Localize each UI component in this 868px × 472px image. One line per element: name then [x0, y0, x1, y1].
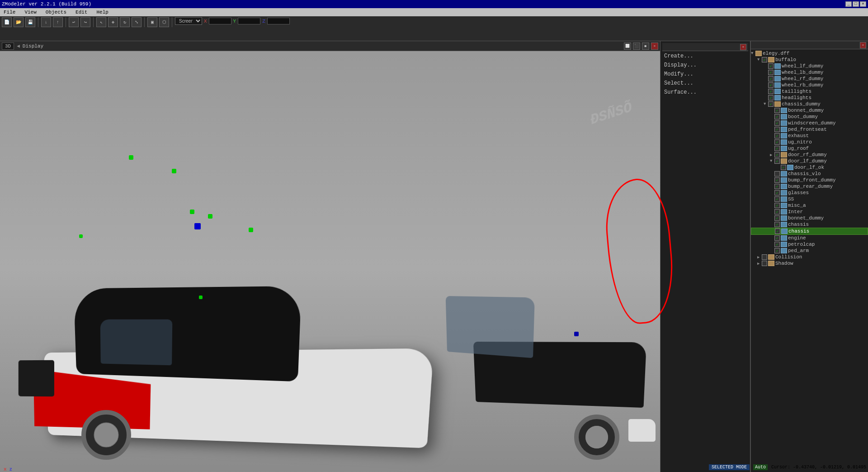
tree-checkbox-Shadow[interactable]	[762, 261, 767, 266]
tree-item-engine[interactable]: engine	[751, 235, 868, 241]
tree-item-wheel_lb_dummy[interactable]: wheel_lb_dummy	[751, 69, 868, 76]
tree-checkbox-bonnet_dummy_1[interactable]	[774, 108, 780, 113]
x-coord-field[interactable]	[209, 18, 231, 24]
tree-item-wheel_rf_dummy[interactable]: wheel_rf_dummy	[751, 76, 868, 82]
tree-item-chassis_selected[interactable]: chassis	[751, 228, 868, 235]
tree-checkbox-Collision[interactable]	[762, 254, 767, 260]
tree-expand-chassis_dummy[interactable]: ▼	[764, 102, 768, 106]
tree-expand-buffalo[interactable]: ▼	[757, 57, 762, 62]
move-icon[interactable]: ✥	[108, 17, 118, 27]
tree-item-Shadow[interactable]: ▶Shadow	[751, 260, 868, 267]
screen-dropdown[interactable]: Screen World	[175, 17, 202, 25]
wire-icon[interactable]: ⬡	[159, 17, 169, 27]
menu-help[interactable]: Help	[94, 9, 110, 15]
tree-checkbox-Inter[interactable]	[774, 209, 780, 215]
tree-close-icon[interactable]: ×	[860, 42, 866, 48]
tree-item-wheel_lf_dummy[interactable]: wheel_lf_dummy	[751, 63, 868, 69]
tree-checkbox-petrolcap[interactable]	[774, 242, 780, 247]
new-icon[interactable]: 📄	[2, 17, 12, 27]
open-icon[interactable]: 📂	[14, 17, 24, 27]
viewport-close[interactable]: ×	[651, 43, 658, 50]
menu-view[interactable]: View	[23, 9, 38, 15]
tree-item-ped_frontseat[interactable]: ped_frontseat	[751, 126, 868, 133]
close-button[interactable]: ×	[860, 1, 866, 7]
tree-item-bonnet_dummy_1[interactable]: bonnet_dummy	[751, 107, 868, 114]
cmd-surface[interactable]: Surface...	[662, 88, 748, 96]
tree-checkbox-ped_arm[interactable]	[774, 248, 780, 253]
tree-item-bump_rear_dummy[interactable]: bump_rear_dummy	[751, 183, 868, 190]
commands-close-icon[interactable]: ×	[740, 44, 746, 50]
tree-item-ped_arm[interactable]: ped_arm	[751, 248, 868, 254]
cmd-select[interactable]: Select...	[662, 79, 748, 87]
cmd-display[interactable]: Display...	[662, 61, 748, 69]
tree-item-chassis_sub[interactable]: chassis	[751, 221, 868, 228]
tree-checkbox-ug_nitro[interactable]	[774, 139, 780, 145]
tree-checkbox-taillights[interactable]	[768, 89, 774, 94]
tree-checkbox-bump_front_dummy[interactable]	[774, 177, 780, 183]
tree-checkbox-boot_dummy[interactable]	[774, 114, 780, 119]
tree-item-chassis_dummy[interactable]: ▼chassis_dummy	[751, 101, 868, 107]
tree-checkbox-ped_frontseat[interactable]	[774, 127, 780, 132]
tree-expand-Shadow[interactable]: ▶	[757, 261, 762, 266]
cmd-create[interactable]: Create...	[662, 52, 748, 60]
tree-item-bump_front_dummy[interactable]: bump_front_dummy	[751, 177, 868, 183]
redo-icon[interactable]: ↪	[80, 17, 90, 27]
tree-checkbox-misc_a[interactable]	[774, 203, 780, 208]
tree-checkbox-bump_rear_dummy[interactable]	[774, 184, 780, 189]
viewport-icon-2[interactable]: ⬛	[633, 43, 640, 50]
scale-icon[interactable]: ⤡	[132, 17, 142, 27]
undo-icon[interactable]: ↩	[69, 17, 79, 27]
tree-item-wheel_rb_dummy[interactable]: wheel_rb_dummy	[751, 82, 868, 88]
tree-expand-door_lf_dummy[interactable]: ▼	[770, 159, 774, 163]
z-coord-field[interactable]	[267, 18, 290, 24]
menu-objects[interactable]: Objects	[44, 9, 68, 15]
3d-viewport[interactable]: ÐSÑSÕ x z y	[0, 51, 660, 472]
tree-item-taillights[interactable]: taillights	[751, 88, 868, 95]
export-icon[interactable]: ↑	[53, 17, 63, 27]
tree-checkbox-exhaust[interactable]	[774, 133, 780, 138]
tree-checkbox-door_lf_dummy[interactable]	[774, 158, 780, 164]
tree-item-glasses[interactable]: glasses	[751, 190, 868, 196]
tree-item-door_lf_ok[interactable]: door_lf_ok	[751, 164, 868, 171]
tree-item-buffalo[interactable]: ▼buffalo	[751, 57, 868, 63]
tree-item-Collision[interactable]: ▶Collision	[751, 254, 868, 260]
tree-checkbox-engine[interactable]	[774, 235, 780, 241]
rotate-icon[interactable]: ↻	[120, 17, 130, 27]
tree-checkbox-chassis_vlo[interactable]	[774, 171, 780, 176]
y-coord-field[interactable]	[238, 18, 260, 24]
viewport-icon-3[interactable]: ◼	[642, 43, 649, 50]
tree-item-door_rf_dummy[interactable]: ▶door_rf_dummy	[751, 152, 868, 158]
tree-item-ug_nitro[interactable]: ug_nitro	[751, 139, 868, 145]
tree-item-ug_roof[interactable]: ug_roof	[751, 145, 868, 152]
select-icon[interactable]: ↖	[96, 17, 106, 27]
tree-item-chassis_vlo[interactable]: chassis_vlo	[751, 171, 868, 177]
maximize-button[interactable]: □	[853, 1, 859, 7]
tree-item-petrolcap[interactable]: petrolcap	[751, 241, 868, 248]
tree-item-headlights[interactable]: headlights	[751, 95, 868, 101]
scene-tree[interactable]: ▼elegy.dff▼buffalo wheel_lf_dummy wheel_…	[751, 49, 868, 472]
tree-checkbox-chassis_dummy[interactable]	[768, 101, 774, 107]
tree-item-bonnet_dummy_2[interactable]: bonnet_dummy	[751, 215, 868, 221]
tree-checkbox-SS[interactable]	[774, 196, 780, 202]
tree-checkbox-wheel_lf_dummy[interactable]	[768, 63, 774, 69]
cmd-modify[interactable]: Modify...	[662, 70, 748, 78]
tree-checkbox-wheel_rf_dummy[interactable]	[768, 76, 774, 81]
tree-item-Inter[interactable]: Inter	[751, 209, 868, 215]
tree-item-boot_dummy[interactable]: boot_dummy	[751, 114, 868, 120]
tree-checkbox-bonnet_dummy_2[interactable]	[774, 215, 780, 221]
viewport-icon-1[interactable]: ⬜	[624, 43, 631, 50]
tree-checkbox-windscreen_dummy[interactable]	[774, 120, 780, 126]
tree-expand-Collision[interactable]: ▶	[757, 255, 762, 260]
tree-checkbox-door_lf_ok[interactable]	[781, 165, 786, 170]
tree-item-SS[interactable]: SS	[751, 196, 868, 202]
menu-file[interactable]: File	[2, 9, 17, 15]
3d-badge[interactable]: 3D	[2, 43, 14, 50]
tree-item-exhaust[interactable]: exhaust	[751, 133, 868, 139]
minimize-button[interactable]: _	[845, 1, 852, 7]
tree-checkbox-wheel_rb_dummy[interactable]	[768, 82, 774, 88]
menu-edit[interactable]: Edit	[74, 9, 89, 15]
save-icon[interactable]: 💾	[25, 17, 35, 27]
tree-checkbox-chassis_sub[interactable]	[774, 222, 780, 227]
tree-checkbox-glasses[interactable]	[774, 190, 780, 195]
tree-checkbox-ug_roof[interactable]	[774, 146, 780, 151]
